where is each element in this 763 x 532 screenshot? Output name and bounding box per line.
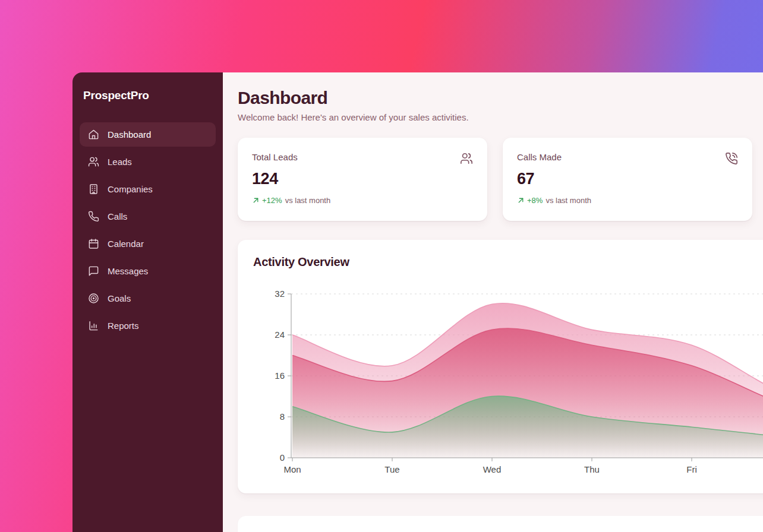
users-icon <box>88 156 99 167</box>
phone-icon <box>88 211 99 222</box>
message-icon <box>88 265 99 277</box>
sidebar-item-label: Dashboard <box>108 129 151 140</box>
sidebar-item-label: Reports <box>108 321 139 331</box>
y-tick-label: 8 <box>280 411 285 422</box>
building-icon <box>88 183 99 195</box>
sidebar-item-calls[interactable]: Calls <box>80 204 216 229</box>
main-content: Dashboard Welcome back! Here's an overvi… <box>223 72 763 532</box>
page-subtitle: Welcome back! Here's an overview of your… <box>238 112 763 122</box>
sidebar-item-label: Companies <box>108 184 153 194</box>
calendar-icon <box>88 238 99 249</box>
chart-title: Activity Overview <box>253 255 763 269</box>
sidebar-item-reports[interactable]: Reports <box>80 314 216 338</box>
sidebar-header: ProspectPro <box>80 86 216 106</box>
sidebar-item-label: Leads <box>108 157 132 167</box>
x-tick-label: Wed <box>483 464 502 474</box>
sidebar-item-companies[interactable]: Companies <box>80 177 216 201</box>
stat-value: 67 <box>517 170 738 188</box>
stat-value: 124 <box>252 170 473 188</box>
trend-up-icon <box>252 197 260 204</box>
x-tick-label: Thu <box>584 464 600 474</box>
page-title: Dashboard <box>238 88 763 108</box>
trend-suffix: vs last month <box>546 196 591 205</box>
sidebar-collapse-button[interactable] <box>197 88 212 103</box>
partial-card <box>238 516 763 532</box>
sidebar-item-label: Calls <box>108 211 127 221</box>
app-logo: ProspectPro <box>83 89 149 102</box>
y-tick-label: 0 <box>280 452 285 463</box>
trend-value: +8% <box>527 196 543 205</box>
stat-trend: +8% vs last month <box>517 196 738 205</box>
chart-wrap: 08162432MonTueWedThuFriSatSun <box>253 277 763 484</box>
trend-value: +12% <box>262 196 282 205</box>
target-icon <box>88 293 99 304</box>
y-tick-label: 32 <box>275 289 285 299</box>
phone-call-icon <box>725 152 738 165</box>
sidebar-item-dashboard[interactable]: Dashboard <box>80 122 216 147</box>
sidebar-nav: Dashboard Leads Companies Calls <box>80 122 216 341</box>
x-tick-label: Tue <box>384 464 399 474</box>
sidebar-item-messages[interactable]: Messages <box>80 259 216 283</box>
sidebar-item-leads[interactable]: Leads <box>80 150 216 174</box>
stat-trend: +12% vs last month <box>252 196 473 205</box>
activity-overview-card: Activity Overview 08162432MonTueWedThuFr… <box>238 240 763 493</box>
stat-label: Total Leads <box>252 152 298 162</box>
sidebar-item-goals[interactable]: Goals <box>80 286 216 311</box>
stat-card-total-leads: Total Leads 124 +12% vs last month <box>238 138 487 221</box>
users-icon <box>460 152 473 165</box>
stat-card-calls-made: Calls Made 67 +8% vs last month <box>503 138 752 221</box>
sidebar-item-label: Goals <box>108 293 131 303</box>
x-tick-label: Fri <box>686 464 697 474</box>
trend-suffix: vs last month <box>285 196 331 205</box>
sidebar: ProspectPro Dashboard Leads <box>72 72 223 532</box>
sidebar-item-calendar[interactable]: Calendar <box>80 232 216 256</box>
home-icon <box>88 129 99 140</box>
y-tick-label: 16 <box>275 370 285 381</box>
sidebar-item-label: Messages <box>108 266 148 276</box>
stats-row: Total Leads 124 +12% vs last month <box>238 138 763 221</box>
app-window: ProspectPro Dashboard Leads <box>72 72 763 532</box>
x-tick-label: Mon <box>283 464 301 474</box>
bar-chart-icon <box>88 320 99 331</box>
stat-label: Calls Made <box>517 152 562 162</box>
sidebar-item-label: Calendar <box>108 239 144 249</box>
trend-up-icon <box>517 197 525 204</box>
activity-chart: 08162432MonTueWedThuFriSatSun <box>253 277 763 482</box>
y-tick-label: 24 <box>275 330 285 340</box>
